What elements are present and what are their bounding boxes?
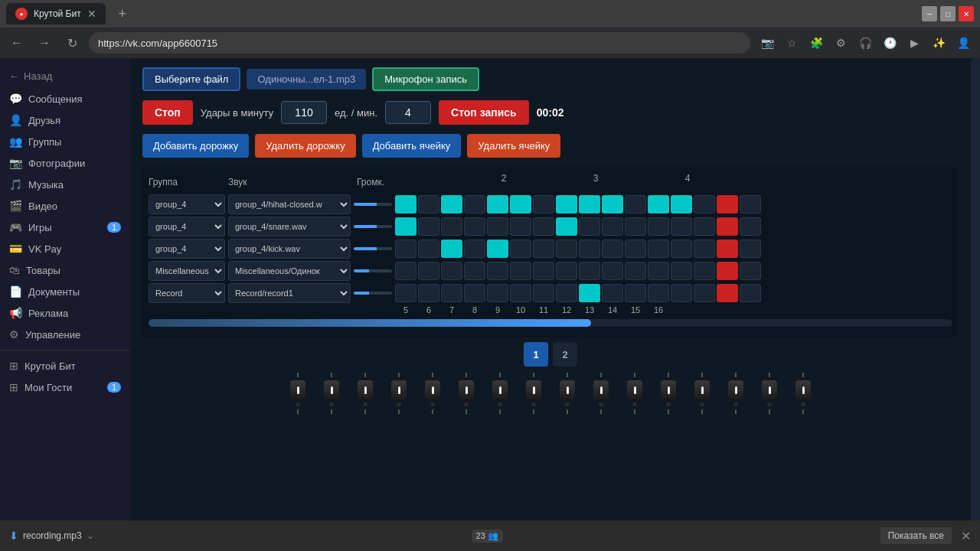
- address-bar[interactable]: https://vk.com/app6600715: [89, 32, 750, 54]
- window-maximize-btn[interactable]: □: [940, 6, 956, 21]
- settings-icon[interactable]: ⚙: [830, 32, 851, 54]
- close-bottom-btn[interactable]: ✕: [961, 529, 971, 543]
- beat-cell-4-15[interactable]: [740, 284, 761, 302]
- beat-cell-2-7[interactable]: [556, 240, 577, 258]
- knob-13[interactable]: [724, 373, 748, 414]
- sidebar-item-vkpay[interactable]: 💳 VK Pay: [0, 238, 130, 259]
- beat-cell-0-1[interactable]: [418, 195, 439, 214]
- beat-cell-3-6[interactable]: [533, 262, 554, 280]
- bpm-input[interactable]: [281, 101, 327, 124]
- sidebar-item-music[interactable]: 🎵 Музыка: [0, 174, 130, 195]
- beat-cell-1-0[interactable]: [395, 217, 416, 236]
- beat-cell-1-10[interactable]: [625, 217, 646, 236]
- right-scrollbar[interactable]: [971, 58, 980, 551]
- track-2-volume-slider[interactable]: [354, 247, 392, 250]
- beat-cell-4-4[interactable]: [487, 284, 508, 302]
- beat-cell-2-12[interactable]: [671, 240, 692, 258]
- add-track-btn[interactable]: Добавить дорожку: [142, 134, 249, 158]
- beat-cell-0-10[interactable]: [625, 195, 646, 214]
- track-4-group-select[interactable]: Record: [149, 283, 225, 303]
- del-cell-btn[interactable]: Удалить ячейку: [467, 134, 560, 158]
- beat-cell-0-5[interactable]: [510, 195, 531, 214]
- unit-input[interactable]: [385, 101, 431, 124]
- beat-cell-2-5[interactable]: [510, 240, 531, 258]
- beat-cell-3-10[interactable]: [625, 262, 646, 280]
- beat-cell-0-9[interactable]: [602, 195, 623, 214]
- beat-cell-1-13[interactable]: [694, 217, 715, 236]
- track-0-sound-select[interactable]: group_4/hihat-closed.w: [228, 194, 351, 214]
- track-0-group-select[interactable]: group_4: [149, 194, 225, 214]
- beat-cell-1-7[interactable]: [556, 217, 577, 236]
- beat-cell-0-14[interactable]: [717, 195, 738, 214]
- beat-cell-3-1[interactable]: [418, 262, 439, 280]
- beat-cell-3-2[interactable]: [441, 262, 462, 280]
- beat-cell-1-2[interactable]: [441, 217, 462, 236]
- knob-5[interactable]: [454, 373, 479, 414]
- knob-1[interactable]: [319, 373, 344, 414]
- beat-cell-0-11[interactable]: [648, 195, 669, 214]
- beat-cell-3-11[interactable]: [648, 262, 669, 280]
- headphone-icon[interactable]: 🎧: [854, 32, 876, 54]
- window-close-btn[interactable]: ✕: [959, 6, 974, 21]
- track-3-volume-slider[interactable]: [354, 269, 392, 272]
- beat-cell-3-12[interactable]: [671, 262, 692, 280]
- sidebar-item-shop[interactable]: 🛍 Товары: [0, 259, 130, 281]
- beat-cell-2-4[interactable]: [487, 240, 508, 258]
- beat-cell-1-6[interactable]: [533, 217, 554, 236]
- knob-11[interactable]: [656, 373, 681, 414]
- beat-cell-1-5[interactable]: [510, 217, 531, 236]
- beat-cell-2-9[interactable]: [602, 240, 623, 258]
- beat-cell-4-0[interactable]: [395, 284, 416, 302]
- knob-14[interactable]: [757, 373, 782, 414]
- clock-icon[interactable]: 🕐: [879, 32, 900, 54]
- beat-cell-4-6[interactable]: [533, 284, 554, 302]
- beat-cell-2-10[interactable]: [625, 240, 646, 258]
- beat-cell-1-14[interactable]: [717, 217, 738, 236]
- beat-cell-4-5[interactable]: [510, 284, 531, 302]
- knob-7[interactable]: [521, 373, 546, 414]
- nav-forward-btn[interactable]: →: [34, 32, 55, 54]
- stop-rec-btn[interactable]: Стоп запись: [439, 100, 529, 125]
- beat-cell-4-11[interactable]: [648, 284, 669, 302]
- track-2-sound-select[interactable]: group_4/kick.wav: [228, 239, 351, 259]
- sidebar-item-friends[interactable]: 👤 Друзья: [0, 109, 130, 131]
- track-3-sound-select[interactable]: Miscellaneous/Одинок: [228, 261, 351, 281]
- beat-cell-4-2[interactable]: [441, 284, 462, 302]
- beat-cell-3-4[interactable]: [487, 262, 508, 280]
- beat-cell-1-3[interactable]: [464, 217, 485, 236]
- beat-cell-0-8[interactable]: [579, 195, 600, 214]
- beat-cell-0-12[interactable]: [671, 195, 692, 214]
- beat-cell-1-1[interactable]: [418, 217, 439, 236]
- track-2-group-select[interactable]: group_4: [149, 239, 225, 259]
- beat-cell-3-8[interactable]: [579, 262, 600, 280]
- beat-cell-0-4[interactable]: [487, 195, 508, 214]
- beat-cell-3-3[interactable]: [464, 262, 485, 280]
- beat-cell-3-5[interactable]: [510, 262, 531, 280]
- sidebar-item-ads[interactable]: 📢 Реклама: [0, 302, 130, 324]
- nav-reload-btn[interactable]: ↻: [61, 32, 83, 54]
- beat-cell-2-1[interactable]: [418, 240, 439, 258]
- beat-cell-0-3[interactable]: [464, 195, 485, 214]
- file-select-btn[interactable]: Выберите файл: [142, 67, 240, 91]
- page-1-btn[interactable]: 1: [524, 342, 548, 367]
- sidebar-item-groups[interactable]: 👥 Группы: [0, 131, 130, 152]
- beat-cell-2-0[interactable]: [395, 240, 416, 258]
- sidebar-back-btn[interactable]: ← Назад: [0, 64, 130, 88]
- beat-cell-0-15[interactable]: [740, 195, 761, 214]
- beat-cell-2-13[interactable]: [694, 240, 715, 258]
- camera-icon[interactable]: 📷: [756, 32, 778, 54]
- sidebar-item-guests[interactable]: ⊞ Мои Гости 1: [0, 377, 130, 398]
- beat-cell-1-12[interactable]: [671, 217, 692, 236]
- beat-cell-2-15[interactable]: [740, 240, 761, 258]
- knob-2[interactable]: [353, 373, 377, 414]
- knob-12[interactable]: [690, 373, 714, 414]
- beat-cell-1-8[interactable]: [579, 217, 600, 236]
- download-chevron[interactable]: ⌄: [87, 530, 94, 541]
- beat-cell-0-2[interactable]: [441, 195, 462, 214]
- beat-cell-4-1[interactable]: [418, 284, 439, 302]
- knob-6[interactable]: [488, 373, 512, 414]
- beat-cell-2-11[interactable]: [648, 240, 669, 258]
- beat-cell-4-12[interactable]: [671, 284, 692, 302]
- beat-cell-3-0[interactable]: [395, 262, 416, 280]
- track-1-group-select[interactable]: group_4: [149, 217, 225, 236]
